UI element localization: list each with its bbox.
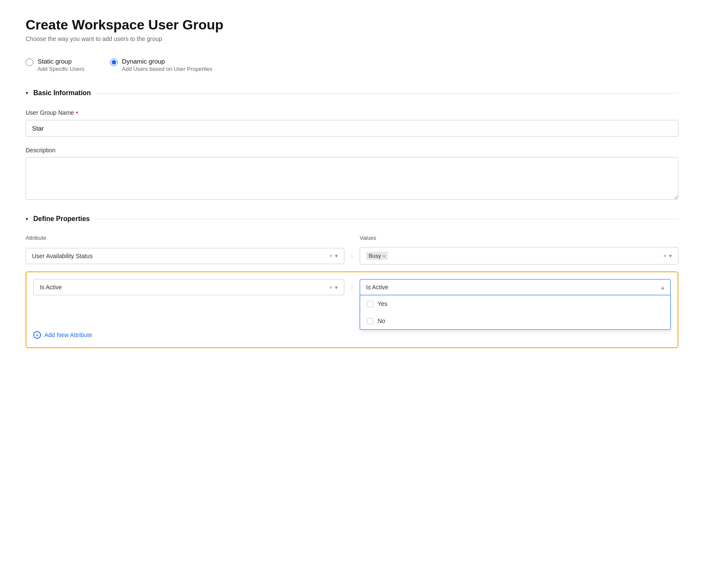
value-tag-busy: Busy × (366, 252, 388, 260)
required-indicator: • (76, 109, 79, 116)
static-group-sublabel: Add Specific Users (38, 66, 84, 72)
add-attribute-button[interactable]: + Add New Attribute (33, 329, 92, 341)
user-group-name-input[interactable] (26, 120, 678, 137)
attribute-row-1: User Availability Status × ▾ › Busy × × … (26, 247, 678, 265)
add-icon: + (33, 331, 41, 339)
attribute-column-header: Attribute (26, 235, 344, 241)
dropdown-label-no: No (378, 317, 385, 324)
attribute-value-1: User Availability Status (32, 253, 93, 259)
chevron-down-icon-1[interactable]: ▾ (335, 253, 338, 259)
page-title: Create Workspace User Group (26, 17, 678, 33)
define-properties-divider (95, 219, 678, 219)
values-input-text-2: Is Active (366, 284, 388, 291)
user-group-name-label: User Group Name • (26, 109, 678, 116)
define-properties-chevron-icon[interactable]: ▾ (26, 216, 28, 222)
define-properties-title: Define Properties (33, 215, 90, 223)
dynamic-group-sublabel: Add Users based on User Properties (122, 66, 212, 72)
row-arrow-2: › (348, 279, 356, 291)
basic-info-title: Basic Information (33, 89, 91, 97)
basic-information-section: ▾ Basic Information User Group Name • De… (26, 89, 678, 201)
static-group-option[interactable]: Static group Add Specific Users (26, 58, 84, 72)
description-input[interactable] (26, 157, 678, 200)
clear-icon-2[interactable]: × (329, 284, 332, 291)
basic-info-chevron-icon[interactable]: ▾ (26, 90, 28, 96)
group-type-selector: Static group Add Specific Users Dynamic … (26, 58, 678, 72)
add-attribute-label: Add New Attribute (44, 332, 92, 338)
define-properties-section: ▾ Define Properties Attribute Values Use… (26, 215, 678, 348)
user-group-name-group: User Group Name • (26, 109, 678, 137)
page-subtitle: Choose the way you want to add users to … (26, 35, 678, 42)
basic-info-header: ▾ Basic Information (26, 89, 678, 97)
values-select-1[interactable]: Busy × × ▾ (360, 247, 678, 265)
basic-info-divider (96, 93, 678, 93)
clear-icon-1[interactable]: × (329, 253, 332, 259)
define-properties-header: ▾ Define Properties (26, 215, 678, 223)
chevron-down-values-icon-1[interactable]: ▾ (669, 253, 672, 259)
attribute-row-2: Is Active × ▾ › Is Active ▴ (33, 279, 671, 295)
chevron-up-values-icon-2[interactable]: ▴ (661, 284, 664, 291)
dropdown-item-no[interactable]: No (360, 312, 670, 329)
description-label: Description (26, 147, 678, 154)
static-group-radio[interactable] (26, 58, 33, 66)
clear-values-icon-1[interactable]: × (663, 253, 666, 259)
dynamic-group-radio[interactable] (110, 58, 118, 66)
chevron-down-icon-2[interactable]: ▾ (335, 284, 338, 291)
attribute-select-1[interactable]: User Availability Status × ▾ (26, 248, 344, 264)
attribute-select-2[interactable]: Is Active × ▾ (33, 279, 344, 295)
attribute-row-2-wrapper: Is Active × ▾ › Is Active ▴ (26, 271, 678, 348)
dropdown-item-yes[interactable]: Yes (360, 295, 670, 312)
dropdown-label-yes: Yes (378, 300, 387, 307)
values-dropdown-2: Yes No (360, 295, 671, 330)
checkbox-no[interactable] (367, 318, 373, 324)
values-select-2[interactable]: Is Active ▴ (360, 279, 671, 295)
values-select-container-2: Is Active ▴ Yes No (360, 279, 671, 295)
static-group-label: Static group (38, 58, 84, 65)
dynamic-group-option[interactable]: Dynamic group Add Users based on User Pr… (110, 58, 212, 72)
row-arrow-1: › (348, 252, 356, 260)
description-group: Description (26, 147, 678, 201)
dynamic-group-label: Dynamic group (122, 58, 212, 65)
add-attribute-container: + Add New Attribute (33, 329, 671, 341)
remove-tag-busy[interactable]: × (383, 253, 385, 259)
attribute-value-2: Is Active (40, 284, 62, 291)
checkbox-yes[interactable] (367, 301, 373, 307)
values-column-header: Values (360, 235, 678, 241)
